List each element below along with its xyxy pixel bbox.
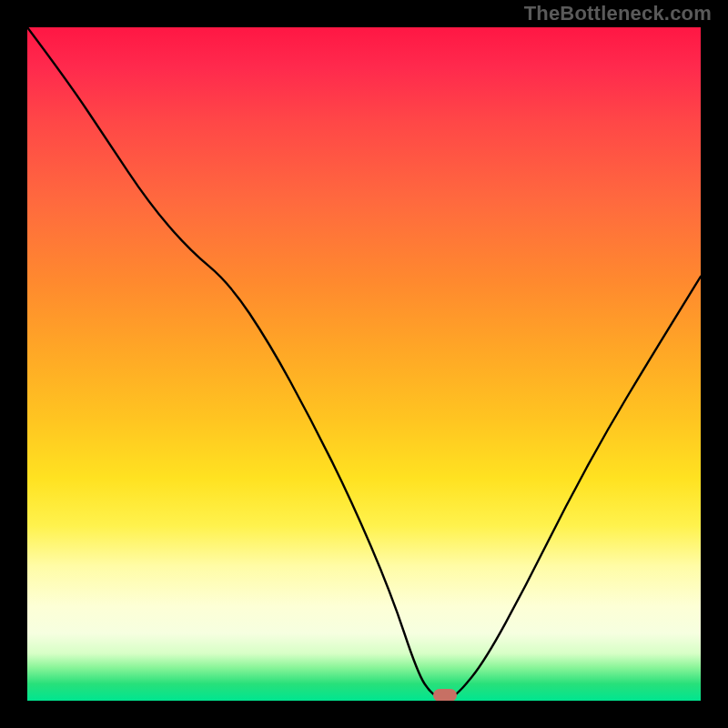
plot-area [27, 27, 701, 701]
watermark-text: TheBottleneck.com [524, 2, 712, 25]
optimal-point-marker [433, 689, 457, 701]
chart-frame: TheBottleneck.com [0, 0, 728, 728]
bottleneck-curve [27, 27, 701, 701]
